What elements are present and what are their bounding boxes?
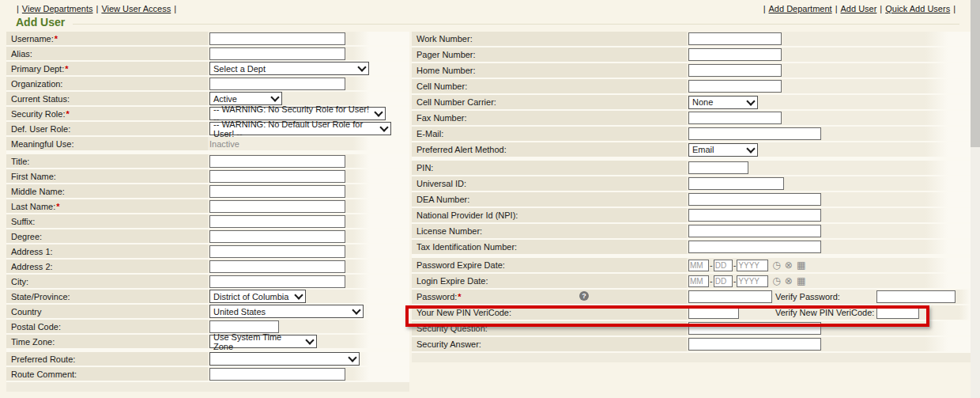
field-label: Def. User Role:	[11, 124, 70, 134]
field-value-cell: Use System Time Zone	[208, 335, 409, 348]
postal-code-input[interactable]	[209, 320, 279, 333]
field-label-cell: Country	[6, 305, 208, 318]
suffix-input[interactable]	[209, 215, 345, 228]
first-name-input[interactable]	[209, 170, 345, 183]
last-name-input[interactable]	[209, 200, 345, 213]
username-input[interactable]	[209, 32, 345, 45]
nav-separator: |	[763, 4, 766, 13]
nav-link[interactable]: Add User	[841, 4, 877, 13]
def-user-role-select[interactable]: -- WARNING: No Default User Role for Use…	[209, 122, 391, 135]
help-icon[interactable]: ?	[579, 291, 589, 301]
required-asterisk: *	[55, 34, 58, 44]
pager-number-input[interactable]	[688, 48, 782, 61]
select-value: Select a Dept	[213, 64, 266, 74]
preferred-route-select[interactable]	[209, 352, 360, 366]
e-mail-row: E-Mail:	[412, 127, 971, 141]
select-value: -- WARNING: No Default User Role for Use…	[213, 119, 376, 138]
clear-icon[interactable]: ⊗	[785, 260, 793, 271]
cell-number-carrier-select[interactable]: None	[688, 96, 758, 109]
preferred-alert-method-select[interactable]: Email	[688, 143, 758, 157]
right-form-panel: Work Number:Pager Number:Home Number:Cel…	[412, 32, 971, 362]
address-1-input[interactable]	[209, 245, 345, 258]
field-label: Title:	[11, 157, 29, 166]
field-label: Alias:	[11, 49, 32, 59]
meaningful-use-row: Meaningful Use:Inactive	[6, 137, 409, 150]
address-1-row: Address 1:	[6, 244, 409, 258]
time-zone-select[interactable]: Use System Time Zone	[209, 335, 317, 348]
fax-number-input[interactable]	[688, 112, 782, 124]
select-value: United States	[213, 307, 266, 317]
country-select[interactable]: United States	[209, 305, 364, 318]
verify-pin-vericode-input[interactable]	[876, 306, 919, 319]
fax-number-row: Fax Number:	[412, 111, 971, 125]
header-divider	[73, 24, 959, 25]
security-role-select[interactable]: -- WARNING: No Security Role for User! -…	[209, 107, 386, 120]
clock-icon[interactable]: ◷	[772, 275, 780, 286]
nav-separator: |	[953, 4, 956, 13]
universal-id-input[interactable]	[688, 177, 784, 190]
field-label: Fax Number:	[416, 113, 467, 123]
license-number-input[interactable]	[688, 225, 821, 237]
address-2-input[interactable]	[209, 260, 345, 273]
field-value-cell	[208, 367, 409, 381]
nav-link[interactable]: View User Access	[101, 4, 171, 13]
login-expire-date-mm-input[interactable]	[688, 275, 709, 287]
password-expire-date-dd-input[interactable]	[714, 260, 733, 271]
route-comment-input[interactable]	[209, 368, 345, 381]
field-label: Your New PIN VeriCode:	[416, 308, 511, 317]
dea-number-input[interactable]	[688, 193, 821, 206]
verify-password-input[interactable]	[876, 290, 956, 303]
chevron-down-icon	[374, 108, 383, 116]
state-province-select[interactable]: District of Columbia	[209, 290, 306, 303]
password-input[interactable]	[688, 290, 772, 303]
alias-row: Alias:	[6, 47, 409, 60]
field-label: Login Expire Date:	[416, 276, 488, 286]
field-label: Meaningful Use:	[11, 139, 74, 149]
calendar-icon[interactable]: ▦	[797, 275, 805, 286]
organization-input[interactable]	[209, 78, 345, 90]
cell-number-input[interactable]	[688, 80, 782, 93]
field-label: Security Role:	[11, 109, 65, 119]
password-expire-date-mm-input[interactable]	[688, 260, 709, 271]
pin-vericode-verify-label: Verify New PIN VeriCode:	[775, 308, 874, 317]
work-number-input[interactable]	[688, 32, 782, 45]
field-label: Last Name:	[11, 202, 55, 211]
tax-identification-number-input[interactable]	[688, 241, 821, 253]
date-separator: -	[733, 276, 737, 286]
alias-input[interactable]	[209, 47, 345, 60]
pin-input[interactable]	[688, 161, 748, 174]
e-mail-input[interactable]	[688, 127, 821, 140]
security-answer-input[interactable]	[688, 338, 821, 351]
select-value: None	[692, 97, 713, 107]
degree-input[interactable]	[209, 230, 345, 243]
login-expire-date-yyyy-input[interactable]	[737, 275, 768, 287]
city-input[interactable]	[209, 275, 345, 288]
field-label: Country	[11, 307, 42, 317]
date-separator: -	[710, 260, 713, 270]
field-label-cell: Fax Number:	[412, 111, 687, 125]
password-expire-date-row: Password Expire Date:--◷⊗▦	[412, 258, 971, 272]
npi-input[interactable]	[688, 209, 821, 222]
scrollbar-thumb[interactable]	[971, 0, 980, 147]
security-question-input[interactable]	[688, 322, 821, 335]
home-number-input[interactable]	[688, 64, 782, 77]
login-expire-date-row: Login Expire Date:--◷⊗▦	[412, 274, 971, 288]
field-value-cell: None	[687, 95, 971, 109]
clock-icon[interactable]: ◷	[772, 260, 780, 271]
current-status-select[interactable]: Active	[209, 92, 282, 105]
nav-link[interactable]: Add Department	[769, 4, 832, 13]
vertical-scrollbar[interactable]	[971, 0, 980, 398]
password-expire-date-yyyy-input[interactable]	[737, 260, 768, 271]
nav-link[interactable]: View Departments	[22, 4, 93, 13]
clear-icon[interactable]: ⊗	[785, 275, 793, 286]
login-expire-date-dd-input[interactable]	[714, 275, 733, 287]
field-label: Preferred Alert Method:	[416, 145, 507, 154]
primary-dept-select[interactable]: Select a Dept	[209, 62, 369, 75]
calendar-icon[interactable]: ▦	[797, 260, 805, 271]
field-value-cell	[687, 192, 971, 207]
pin-vericode-input[interactable]	[688, 306, 739, 319]
title-input[interactable]	[209, 155, 345, 168]
nav-link[interactable]: Quick Add Users	[885, 4, 950, 13]
chevron-down-icon	[348, 353, 356, 362]
middle-name-input[interactable]	[209, 185, 345, 198]
